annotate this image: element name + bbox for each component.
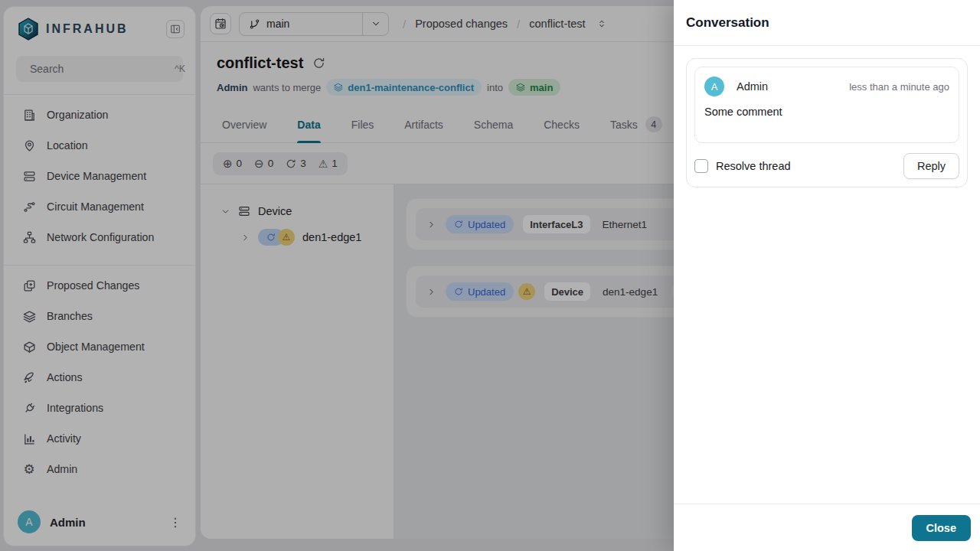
drawer-header: Conversation (674, 0, 980, 46)
resolve-thread-label: Resolve thread (716, 160, 896, 172)
drawer-body: A Admin less than a minute ago Some comm… (674, 46, 980, 504)
comment-timestamp: less than a minute ago (849, 81, 949, 93)
close-button[interactable]: Close (912, 515, 972, 541)
drawer-title: Conversation (686, 15, 769, 31)
avatar: A (704, 77, 724, 96)
resolve-thread-checkbox[interactable] (694, 159, 708, 173)
thread-card: A Admin less than a minute ago Some comm… (686, 58, 968, 187)
comment-body: Some comment (704, 106, 949, 133)
comment-card: A Admin less than a minute ago Some comm… (694, 67, 959, 143)
drawer-footer: Close (674, 504, 980, 551)
reply-button[interactable]: Reply (903, 153, 959, 179)
comment-author: Admin (737, 80, 837, 93)
conversation-drawer: Conversation A Admin less than a minute … (674, 0, 980, 551)
thread-actions: Resolve thread Reply (694, 153, 959, 179)
